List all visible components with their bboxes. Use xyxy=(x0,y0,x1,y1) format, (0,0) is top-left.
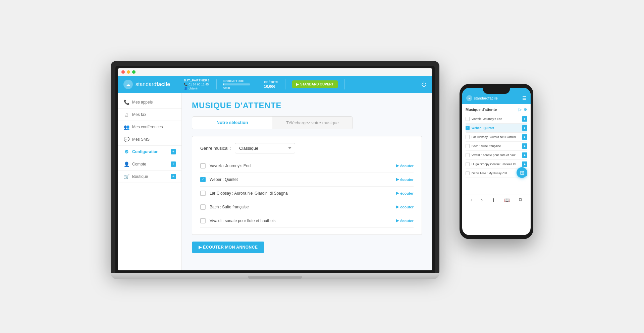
sidebar-item-compte[interactable]: 👤 Compte + xyxy=(118,158,181,171)
phone-screen: ☁ standardfacile ☰ Musique d'attente ▷ ⚙ xyxy=(462,88,531,235)
boutique-expand-button[interactable]: + xyxy=(171,174,176,179)
power-button[interactable]: ⏻ xyxy=(421,81,427,87)
header-credits: CRÉDITS 10,00€ xyxy=(264,80,278,88)
music-item: Vivaldi : sonate pour flute et hautbois … xyxy=(200,214,414,228)
phone-play-btn-1[interactable]: ▶ xyxy=(522,116,527,122)
phone-play-btn-3[interactable]: ▶ xyxy=(522,134,527,140)
header-divider-5 xyxy=(344,79,345,89)
phone-music-name-2: Weber : Quintet xyxy=(472,126,520,130)
music-name-3: Lar Clobsay : Aurora Nei Giardini di Spa… xyxy=(210,191,388,196)
app-header: ☁ standardfacile BJT_PARTNERS 📞 01 84 60… xyxy=(118,76,432,93)
traffic-light-red xyxy=(121,70,125,74)
traffic-light-yellow xyxy=(127,70,130,74)
content-panel: Genre musical : Classique Jazz Pop Élect… xyxy=(192,136,422,235)
music-item: Lar Clobsay : Aurora Nei Giardini di Spa… xyxy=(200,187,414,200)
phone-checkbox-7[interactable] xyxy=(466,171,470,175)
app-body: 📞 Mes appels 🖨 Mes fax 👥 Mes conférences xyxy=(118,93,432,270)
music-checkbox-2[interactable] xyxy=(200,177,206,182)
phone-music-name-1: Vavrek : Journey's End xyxy=(472,117,520,121)
sms-icon: 💬 xyxy=(123,137,129,142)
config-icon: ⚙ xyxy=(123,149,129,154)
phone-checkbox-2[interactable]: ✓ xyxy=(466,126,470,130)
phone-logo-icon: ☁ xyxy=(466,95,472,101)
music-item: Weber : Quintet ▶ écouter xyxy=(200,173,414,187)
tabs: Notre sélection Téléchargez votre musiqu… xyxy=(192,116,353,129)
header-account: BJT_PARTNERS 📞 01 84 60 11 45 👤 obtenir xyxy=(184,79,210,90)
forfait-progress-fill xyxy=(223,83,224,85)
tab-telechargez[interactable]: Téléchargez votre musique xyxy=(272,117,353,129)
phone-share-icon[interactable]: ⬆ xyxy=(491,197,495,203)
sidebar: 📞 Mes appels 🖨 Mes fax 👥 Mes conférences xyxy=(118,93,182,270)
music-checkbox-5[interactable] xyxy=(200,218,206,223)
phone-play-btn-2[interactable]: ▶ xyxy=(522,125,527,131)
page-title: MUSIQUE D'ATTENTE xyxy=(192,101,422,110)
header-divider-2 xyxy=(216,79,217,89)
phone-checkbox-1[interactable] xyxy=(466,117,470,121)
logo: ☁ standardfacile xyxy=(123,80,170,89)
boutique-icon: 🛒 xyxy=(123,174,129,179)
traffic-lights xyxy=(118,68,432,76)
compte-icon: 👤 xyxy=(123,161,129,167)
sidebar-item-configuration[interactable]: ⚙ Configuration + xyxy=(118,146,181,158)
phone-section-header: Musique d'attente ▷ ⚙ xyxy=(466,107,527,112)
music-checkbox-4[interactable] xyxy=(200,204,206,210)
phone-bookmarks-icon[interactable]: 📖 xyxy=(504,197,510,203)
phone-back-icon[interactable]: ‹ xyxy=(471,197,472,203)
phone-fab-button[interactable]: ⊞ xyxy=(517,167,527,178)
sidebar-item-conferences[interactable]: 👥 Mes conférences xyxy=(118,121,181,133)
header-phone: 📞 01 84 60 11 45 xyxy=(184,83,210,86)
compte-expand-button[interactable]: + xyxy=(171,161,176,167)
phone-logo: ☁ standardfacile xyxy=(466,95,498,101)
listen-button-2[interactable]: ▶ écouter xyxy=(396,177,414,182)
phone-tabs-icon[interactable]: ⧉ xyxy=(519,197,522,203)
phone-play-btn-4[interactable]: ▶ xyxy=(522,143,527,149)
phone-checkbox-3[interactable] xyxy=(466,135,470,139)
phone-forward-icon[interactable]: › xyxy=(481,197,483,203)
forfait-progress-bar xyxy=(223,83,250,85)
traffic-light-green xyxy=(132,70,136,74)
music-checkbox-3[interactable] xyxy=(200,191,206,196)
music-list: Vavrek : Journey's End ▶ écouter xyxy=(200,159,414,228)
fax-icon: 🖨 xyxy=(123,112,129,117)
sidebar-item-appels[interactable]: 📞 Mes appels xyxy=(118,96,181,109)
listen-button-5[interactable]: ▶ écouter xyxy=(396,218,414,223)
phone-checkbox-4[interactable] xyxy=(466,144,470,148)
phone-checkbox-6[interactable] xyxy=(466,162,470,166)
phone-icon: 📞 xyxy=(123,99,129,105)
sidebar-item-boutique[interactable]: 🛒 Boutique + xyxy=(118,171,181,183)
phone-play-icon[interactable]: ▷ xyxy=(519,107,522,112)
phone-music-name-5: Vivaldi : sonate pour flute et haut xyxy=(472,153,520,157)
music-checkbox-1[interactable] xyxy=(200,163,206,169)
main-content: MUSIQUE D'ATTENTE Notre sélection Téléch… xyxy=(182,93,432,270)
ecouter-annonce-button[interactable]: ▶ ÉCOUTER MON ANNONCE xyxy=(192,242,264,253)
phone-music-name-3: Lar Clobsay : Aurora Nei Giardini xyxy=(472,135,520,139)
phone-section-title: Musique d'attente xyxy=(466,108,497,112)
listen-button-3[interactable]: ▶ écouter xyxy=(396,191,414,195)
listen-button-1[interactable]: ▶ écouter xyxy=(396,163,414,168)
laptop-mockup: ☁ standardfacile BJT_PARTNERS 📞 01 84 60… xyxy=(111,61,439,279)
phone-music-name-6: Hugo Droopy Contini : Jackies Id xyxy=(472,162,520,166)
sidebar-item-fax[interactable]: 🖨 Mes fax xyxy=(118,109,181,121)
header-divider-4 xyxy=(285,79,285,89)
tab-notre-selection[interactable]: Notre sélection xyxy=(192,117,272,129)
genre-select[interactable]: Classique Jazz Pop Électronique xyxy=(235,143,295,153)
sidebar-item-sms[interactable]: 💬 Mes SMS xyxy=(118,133,181,146)
phone-mockup: ☁ standardfacile ☰ Musique d'attente ▷ ⚙ xyxy=(460,84,533,239)
config-expand-button[interactable]: + xyxy=(171,149,176,154)
phone-music-name-7: Dazie Mae : My Pussy Cat xyxy=(472,172,520,175)
phone-music-item-2: ✓ Weber : Quintet ▶ xyxy=(466,124,527,133)
standard-ouvert-button[interactable]: ▶ STANDARD OUVERT xyxy=(292,80,338,88)
phone-play-btn-6[interactable]: ▶ xyxy=(522,161,527,167)
phone-checkbox-5[interactable] xyxy=(466,153,470,157)
header-obtain: 👤 obtenir xyxy=(184,87,210,90)
listen-button-4[interactable]: ▶ écouter xyxy=(396,205,414,209)
phone-music-item-5: Vivaldi : sonate pour flute et haut ▶ xyxy=(466,151,527,160)
music-name-5: Vivaldi : sonate pour flute et hautbois xyxy=(210,218,388,223)
music-name-1: Vavrek : Journey's End xyxy=(210,163,388,168)
phone-play-btn-5[interactable]: ▶ xyxy=(522,152,527,158)
phone-settings-icon[interactable]: ⚙ xyxy=(524,107,527,112)
phone-music-item-6: Hugo Droopy Contini : Jackies Id ▶ xyxy=(466,160,527,169)
logo-icon: ☁ xyxy=(123,80,133,89)
genre-row: Genre musical : Classique Jazz Pop Élect… xyxy=(200,143,414,153)
phone-menu-icon[interactable]: ☰ xyxy=(522,95,527,101)
